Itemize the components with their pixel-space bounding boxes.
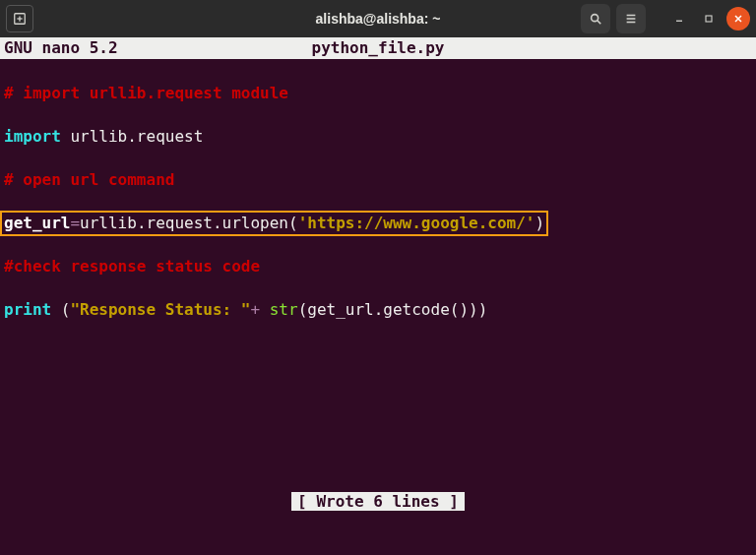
- highlighted-line: get_url=urllib.request.urlopen('https://…: [0, 211, 548, 236]
- nano-version: GNU nano 5.2: [4, 37, 118, 59]
- nano-shortcuts-bar: ^GHelp ^OWrite Out ^WWhere Is ^KCut ^TEx…: [0, 512, 756, 555]
- window-close-button[interactable]: [726, 7, 750, 31]
- svg-point-3: [592, 15, 598, 22]
- code-line-2: import urllib.request: [4, 126, 752, 148]
- code-line-6: print ("Response Status: "+ str(get_url.…: [4, 299, 752, 321]
- search-button[interactable]: [581, 4, 610, 33]
- code-line-3: # open url command: [4, 169, 752, 191]
- new-tab-button[interactable]: [6, 5, 33, 32]
- hamburger-menu-button[interactable]: [616, 4, 646, 33]
- window-minimize-button[interactable]: [667, 7, 691, 31]
- code-line-5: #check response status code: [4, 256, 752, 278]
- svg-line-4: [598, 21, 601, 25]
- window-title: alishba@alishba: ~: [316, 11, 441, 27]
- code-editor-area[interactable]: # import urllib.request module import ur…: [0, 59, 756, 342]
- nano-status-text: [ Wrote 6 lines ]: [291, 492, 465, 511]
- window-titlebar: alishba@alishba: ~: [0, 0, 756, 37]
- nano-filename: python_file.py: [312, 37, 445, 59]
- code-line-4: get_url=urllib.request.urlopen('https://…: [4, 213, 752, 234]
- window-maximize-button[interactable]: [697, 7, 721, 31]
- code-line-1: # import urllib.request module: [4, 83, 752, 104]
- svg-rect-9: [706, 16, 712, 22]
- nano-header-bar: GNU nano 5.2 python_file.py: [0, 37, 756, 59]
- nano-status-line: [ Wrote 6 lines ]: [0, 490, 756, 512]
